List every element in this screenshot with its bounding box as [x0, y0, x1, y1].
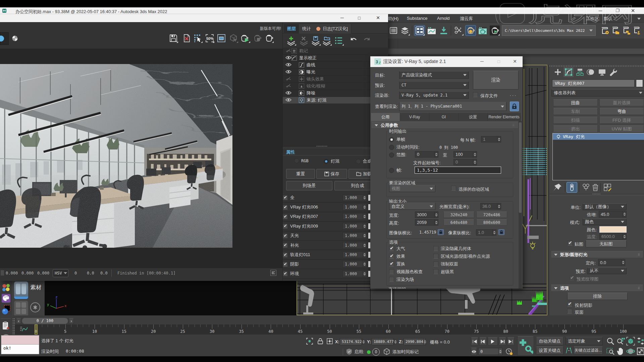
modifier-button-弯曲[interactable]: 弯曲	[599, 108, 644, 115]
track-bar[interactable]: 0510152025303540455055606570758085909510…	[15, 324, 644, 335]
render-button[interactable]: 渲染	[473, 71, 519, 89]
preset-800x600-button[interactable]: 800x600	[476, 219, 507, 226]
modifier-list-dropdown[interactable]: 修改器列表	[551, 89, 644, 97]
zoom-extents-icon[interactable]	[626, 337, 635, 346]
maxscript-mini-listener[interactable]: ok!	[1, 335, 39, 354]
menu-liuyunku[interactable]: 溜云库	[460, 16, 473, 22]
dialog-tab-3[interactable]: GI	[429, 113, 459, 121]
frames-input[interactable]: 1,3,5-12	[415, 167, 501, 174]
render-icon[interactable]	[490, 25, 500, 36]
eye-off-icon[interactable]	[285, 83, 291, 89]
vfb-redo-icon[interactable]	[362, 36, 372, 46]
option-区域光源/阴影视作点光源[interactable]: 区域光源/阴影视作点光源	[433, 252, 490, 260]
viewport-camera[interactable]: z y x	[45, 281, 297, 315]
vfb-clear-icon[interactable]	[182, 34, 192, 43]
option-渲染为场[interactable]: 渲染为场	[389, 276, 423, 283]
material-browser-icon[interactable]	[1, 304, 11, 316]
option-渲染隐藏几何体[interactable]: 渲染隐藏几何体	[433, 245, 490, 252]
preset-640x480-button[interactable]: 640x480	[443, 219, 474, 226]
workspace-caret-icon[interactable]	[637, 18, 641, 20]
lightmix-row-天光[interactable]: 天光1.000	[283, 231, 371, 241]
timeline-playhead[interactable]	[35, 324, 38, 335]
dialog-tab-1[interactable]: 公用	[371, 113, 400, 121]
range-from-spinner[interactable]: 0	[415, 151, 438, 158]
vfb-save-tree-icon[interactable]	[311, 36, 321, 46]
prev-frame-button[interactable]: ‹	[16, 318, 21, 324]
zoom-icon[interactable]	[606, 337, 615, 346]
dialog-tab-2[interactable]: V-Ray	[400, 113, 429, 121]
range-to-spinner[interactable]: 100	[453, 151, 477, 158]
size-mode-dropdown[interactable]: 自定义	[389, 203, 435, 210]
exclude-button[interactable]: 排除	[567, 293, 628, 300]
vfb-zoom-level-icon[interactable]: 50%	[205, 34, 214, 43]
lightmix-checkbox[interactable]	[283, 262, 288, 267]
lightmix-checkbox[interactable]	[283, 234, 288, 238]
tab-hierarchy[interactable]	[575, 67, 585, 77]
lightmix-row-VRay 灯光009[interactable]: VRay 灯光0091.000	[283, 222, 371, 231]
prev-key-button[interactable]	[479, 337, 487, 346]
lightmix-multiplier[interactable]: 1.000	[342, 261, 367, 267]
vfb-maximize-button[interactable]: □	[354, 15, 364, 21]
lightmix-row-VRay 灯光006[interactable]: VRay 灯光0061.000	[283, 202, 371, 212]
option-视频颜色检查[interactable]: 视频颜色检查	[389, 268, 423, 276]
vfb-region-render-icon[interactable]	[193, 34, 203, 43]
temperature-spinner[interactable]: 6500.0	[599, 233, 627, 240]
vfb-layer-戳记[interactable]: 戳记	[283, 48, 388, 55]
lightmix-row-轨道灯011[interactable]: 轨道灯0111.000	[283, 250, 371, 259]
project-path-dropdown[interactable]: C:\Users\Dell\Documents\3ds Max 2022	[502, 25, 596, 36]
layout-slot-alt[interactable]	[14, 301, 28, 316]
single-frame-radio[interactable]: 单帧	[389, 136, 405, 142]
time-tag-cube-icon[interactable]	[383, 348, 390, 355]
area-mode-dropdown[interactable]: 视图	[389, 185, 435, 192]
image-aspect-lock[interactable]	[438, 229, 444, 235]
lightmix-row-补光[interactable]: 补光1.000	[283, 241, 371, 250]
maximize-button[interactable]: ❐	[612, 7, 623, 14]
save-file-checkbox[interactable]	[473, 92, 478, 97]
make-unique-icon[interactable]	[581, 182, 591, 192]
y-field[interactable]: 18889.477	[372, 338, 394, 345]
menu-arnold[interactable]: Arnold	[437, 16, 450, 21]
current-frame-field[interactable]: 0	[478, 348, 502, 355]
vfb-update-notice[interactable]: 新版本可用!	[260, 26, 281, 32]
lightmix-multiplier[interactable]: 1.000	[342, 232, 367, 239]
z-field[interactable]: 2990.804	[404, 338, 426, 345]
workspace-scroll-gear-icon[interactable]	[600, 25, 610, 36]
option-超级黑[interactable]: 超级黑	[433, 268, 490, 276]
vfb-reset-button[interactable]: 重置	[286, 169, 315, 179]
vfb-render-dim-icon[interactable]	[253, 34, 262, 43]
zoom-all-icon[interactable]	[616, 337, 625, 346]
toggle-key-button[interactable]	[517, 336, 534, 356]
preset-720x486-button[interactable]: 720x486	[476, 212, 507, 218]
tab-create[interactable]	[553, 67, 563, 77]
lightmix-multiplier[interactable]: 1.000	[342, 204, 367, 210]
dialog-close-button[interactable]: ✕	[510, 58, 520, 65]
lightmix-row-VRay 灯光007[interactable]: VRay 灯光0071.000	[283, 212, 371, 222]
eye-off-icon[interactable]	[285, 76, 291, 82]
go-to-end-button[interactable]	[507, 337, 515, 346]
dialog-scrollbar[interactable]	[519, 121, 522, 289]
preset-320x240-button[interactable]: 320x240	[443, 212, 474, 218]
preview-dropdown[interactable]: 从不	[587, 267, 627, 274]
remove-modifier-icon[interactable]	[590, 182, 600, 192]
workspace-scroll-link-icon[interactable]	[621, 25, 631, 36]
mode-dropdown[interactable]: 颜色	[583, 219, 627, 225]
lightmix-multiplier[interactable]: 1.000	[342, 223, 367, 230]
no-map-button[interactable]: 无贴图	[586, 240, 627, 247]
x-field[interactable]: 53174.922	[340, 338, 362, 345]
preset-dropdown[interactable]: CT	[399, 81, 469, 89]
view-lock-button[interactable]	[510, 102, 519, 111]
eye-icon[interactable]	[285, 55, 291, 61]
minimize-button[interactable]: ─	[595, 7, 605, 14]
lightmix-multiplier[interactable]: 1.000	[342, 270, 367, 277]
vfb-titlebar[interactable]: ─ □ ✕	[0, 14, 388, 22]
clipboard-icon[interactable]	[1, 321, 11, 330]
vfb-radio-composite[interactable]: 合成	[356, 158, 372, 164]
target-dropdown[interactable]: 产品级渲染模式	[399, 71, 469, 79]
vfb-add-layer-icon[interactable]	[286, 36, 296, 46]
scene-explorer-icon[interactable]	[388, 25, 398, 36]
assets-gear-icon[interactable]	[30, 302, 40, 312]
lightmix-checkbox[interactable]	[283, 224, 288, 229]
vfb-save-icon[interactable]	[169, 34, 178, 43]
dialog-minimize-button[interactable]: ─	[477, 58, 487, 65]
lightmix-checkbox[interactable]	[283, 252, 288, 257]
